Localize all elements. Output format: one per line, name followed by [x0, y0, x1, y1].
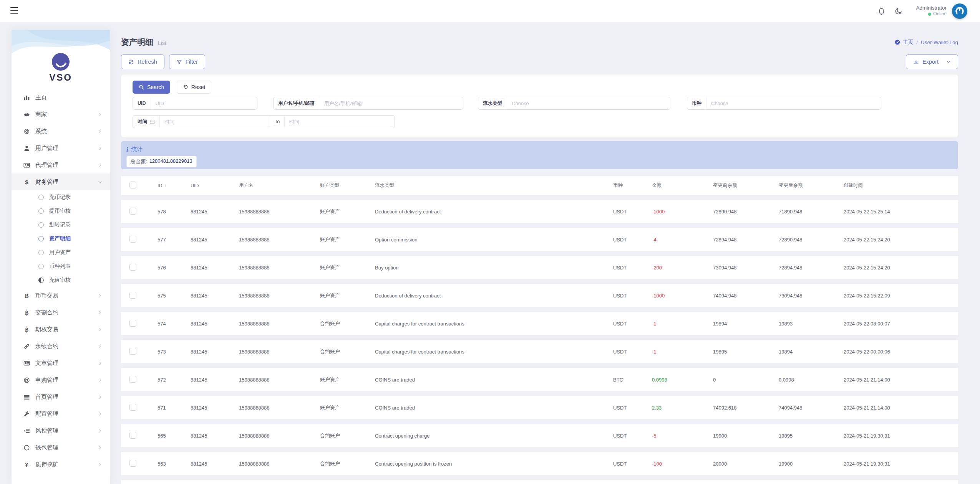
- row-checkbox[interactable]: [129, 236, 136, 243]
- sidebar-item-delivery-contract[interactable]: B交割合约: [12, 304, 110, 321]
- cell-uid: 881245: [191, 293, 239, 299]
- cell-uid: 881245: [191, 377, 239, 383]
- main-content: 资产明细 List 主页 / User-Wallet-Log Refresh F…: [121, 22, 958, 484]
- baht-icon: B: [22, 326, 31, 333]
- column-header-created-at: 创建时间: [844, 182, 958, 189]
- uid-input[interactable]: [151, 101, 257, 106]
- row-checkbox[interactable]: [129, 376, 136, 383]
- sidebar-item-risk-management[interactable]: 风控管理: [12, 422, 110, 439]
- sidebar-item-wallet-management[interactable]: 钱包管理: [12, 439, 110, 456]
- header-checkbox-cell: [129, 182, 158, 190]
- circle-outline-icon: [38, 222, 44, 228]
- cell-amount: -1: [652, 321, 713, 327]
- time-to-input[interactable]: [285, 119, 395, 125]
- column-header-id[interactable]: ID↑: [158, 183, 191, 188]
- sidebar-item-agent-management[interactable]: 代理管理: [12, 157, 110, 173]
- total-amount-value: 1280481.88229013: [149, 158, 192, 165]
- sidebar-item-system[interactable]: 系统: [12, 123, 110, 140]
- sidebar-item-merchant[interactable]: 商家: [12, 106, 110, 123]
- cell-id: 577: [158, 237, 191, 243]
- table-body: 57888124515988888888账户资产Deduction of del…: [121, 200, 958, 475]
- chevron-right-icon: [98, 294, 102, 298]
- cell-balance-before: 74094.948: [713, 293, 779, 299]
- search-button[interactable]: Search: [133, 81, 170, 94]
- row-checkbox[interactable]: [129, 460, 136, 467]
- sidebar-item-homepage-management[interactable]: 首页管理: [12, 388, 110, 405]
- cell-account-type: 账户资产: [320, 264, 375, 271]
- sidebar-item-finance-management[interactable]: $财务管理: [12, 173, 110, 190]
- sidebar-item-perpetual-contract[interactable]: 永续合约: [12, 338, 110, 355]
- sidebar-item-staking-mining[interactable]: ¥质押挖矿: [12, 456, 110, 473]
- cell-created-at: 2024-05-21 19:30:31: [844, 461, 958, 467]
- sidebar-item-subscription-management[interactable]: 申购管理: [12, 372, 110, 388]
- breadcrumb-current: User-Wallet-Log: [921, 40, 958, 45]
- cell-created-at: 2024-05-22 08:00:07: [844, 321, 958, 327]
- column-header-balance-after: 变更后余额: [779, 182, 844, 189]
- row-checkbox[interactable]: [129, 348, 136, 355]
- row-checkbox[interactable]: [129, 292, 136, 299]
- brand-name[interactable]: VSO: [12, 72, 110, 83]
- moon-icon[interactable]: [895, 7, 903, 15]
- cell-balance-after: 73094.948: [779, 293, 844, 299]
- sidebar-subitem-asset-details[interactable]: 资产明细: [12, 232, 110, 246]
- filter-time-range: 时间 To: [133, 115, 395, 128]
- cell-created-at: 2024-05-21 21:14:00: [844, 377, 958, 383]
- svg-text:¥: ¥: [25, 461, 28, 467]
- cell-created-at: 2024-05-21 19:30:31: [844, 433, 958, 439]
- export-button[interactable]: Export: [906, 55, 958, 69]
- cell-coin: USDT: [613, 209, 652, 215]
- search-panel: Search Reset UID用户名/手机/邮箱流水类型币种 时间 To: [121, 74, 958, 137]
- circle-outline-icon: [38, 250, 44, 255]
- user-input[interactable]: [319, 101, 463, 106]
- sidebar-item-article-management[interactable]: 文章管理: [12, 355, 110, 372]
- wrench-icon: [22, 411, 31, 417]
- svg-text:B: B: [25, 292, 28, 299]
- chevron-right-icon: [98, 412, 102, 416]
- hamburger-menu-icon[interactable]: [10, 7, 18, 14]
- sidebar-item-options-trading[interactable]: B期权交易: [12, 321, 110, 338]
- sidebar-subitem-deposit-records[interactable]: 充币记录: [12, 190, 110, 204]
- row-checkbox[interactable]: [129, 208, 136, 215]
- avatar[interactable]: [952, 3, 967, 19]
- info-icon: i: [126, 146, 128, 153]
- sidebar-item-user-management[interactable]: 用户管理: [12, 140, 110, 157]
- cell-balance-after: 72894.948: [779, 265, 844, 271]
- cell-username: 15988888888: [239, 349, 320, 355]
- filter-row: UID用户名/手机/邮箱流水类型币种: [133, 97, 881, 110]
- select-all-checkbox[interactable]: [129, 182, 136, 188]
- coin-input[interactable]: [706, 101, 881, 106]
- breadcrumb-home[interactable]: 主页: [894, 39, 913, 46]
- filter-button[interactable]: Filter: [169, 55, 205, 69]
- flow-type-input[interactable]: [507, 101, 670, 106]
- row-checkbox[interactable]: [129, 320, 136, 327]
- user-status-label: Online: [933, 11, 947, 17]
- brand-logo-icon[interactable]: [52, 53, 70, 71]
- table-row: 56388124515988888888合约账户Contract opening…: [121, 452, 958, 475]
- cell-username: 15988888888: [239, 293, 320, 299]
- cell-created-at: 2024-05-22 15:24:20: [844, 237, 958, 243]
- sidebar-subitem-withdraw-review[interactable]: 提币审核: [12, 204, 110, 218]
- refresh-button[interactable]: Refresh: [121, 55, 164, 69]
- sidebar-item-spot-trading[interactable]: B币币交易: [12, 287, 110, 304]
- circle-outline-icon: [38, 208, 44, 214]
- cell-uid: 881245: [191, 237, 239, 243]
- row-checkbox[interactable]: [129, 404, 136, 411]
- sidebar-item-home[interactable]: 主页: [12, 89, 110, 106]
- cell-username: 15988888888: [239, 461, 320, 467]
- bell-icon[interactable]: [877, 7, 885, 15]
- cell-amount: -200: [652, 265, 713, 271]
- row-checkbox[interactable]: [129, 432, 136, 439]
- row-checkbox[interactable]: [129, 264, 136, 271]
- sidebar-subitem-recharge-review[interactable]: 充值审核: [12, 273, 110, 287]
- cell-flow-type: COINS are traded: [375, 405, 613, 411]
- sidebar-subitem-transfer-records[interactable]: 划转记录: [12, 218, 110, 232]
- cell-balance-before: 0: [713, 377, 779, 383]
- sidebar-item-config-management[interactable]: 配置管理: [12, 405, 110, 422]
- time-from-input[interactable]: [160, 119, 270, 125]
- sidebar-subitem-user-assets[interactable]: 用户资产: [12, 246, 110, 259]
- chevron-right-icon: [98, 112, 102, 117]
- filter-user: 用户名/手机/邮箱: [273, 97, 463, 110]
- circle-outline-icon: [38, 264, 44, 269]
- reset-button[interactable]: Reset: [177, 81, 212, 94]
- sidebar-subitem-coin-list[interactable]: 币种列表: [12, 259, 110, 273]
